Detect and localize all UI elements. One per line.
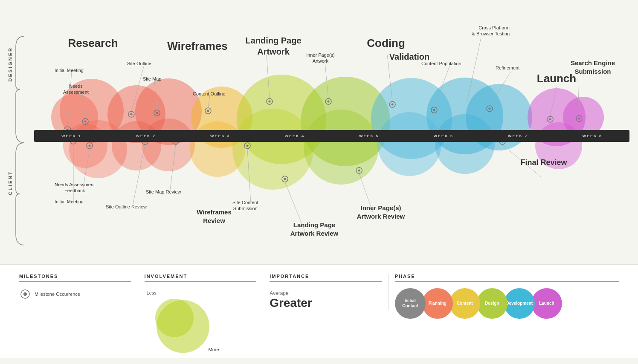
- circle-c-w6: [377, 112, 441, 176]
- week-2-label: WEEK 2: [109, 134, 183, 138]
- cross-platform-label: Cross Platform& Browser Testing: [454, 25, 510, 37]
- label-site-outline-review: Site Outline Review: [106, 204, 147, 210]
- label-site-outline: Site Outline: [127, 61, 151, 66]
- phase-inner-review: Inner Page(s)Artwork Review: [351, 204, 411, 220]
- ms-c5-dot: [246, 145, 249, 147]
- phase-planning: Planning: [422, 288, 453, 319]
- week-4-label: WEEK 4: [258, 134, 332, 138]
- ms-d2-dot: [84, 121, 87, 123]
- week-5-label: WEEK 5: [332, 134, 406, 138]
- label-needs-feedback: Needs AssessmentFeedback: [55, 182, 95, 194]
- more-label: More: [209, 347, 219, 352]
- milestone-label: Milestone Occurrence: [35, 292, 80, 297]
- phase-research: Research: [67, 36, 119, 51]
- circle-c-w4: [232, 109, 313, 190]
- ms-d8-dot: [392, 104, 394, 106]
- week-1-label: WEEK 1: [34, 134, 109, 138]
- label-content-outline: Content Outline: [193, 91, 225, 97]
- phase-content: Content: [450, 288, 480, 319]
- phase-landing-review: Landing PageArtwork Review: [283, 221, 346, 237]
- ms-d5-dot: [207, 110, 209, 112]
- involvement-svg: [145, 295, 217, 354]
- timeline-bar: WEEK 1 WEEK 2 WEEK 3 WEEK 4 WEEK 5 WEEK …: [34, 130, 629, 142]
- week-7-label: WEEK 7: [481, 134, 555, 138]
- ms-d3-dot: [130, 113, 133, 116]
- label-site-content: Site ContentSubmission: [232, 199, 258, 212]
- phase-launch-circle: Launch: [531, 288, 562, 319]
- label-initial-meeting-d: Initial Meeting: [55, 67, 84, 73]
- involvement-title: INVOLVEMENT: [145, 274, 257, 282]
- ms-d7-dot: [328, 101, 330, 103]
- label-initial-meeting-c: Initial Meeting: [55, 199, 84, 205]
- ms-c2-dot: [89, 145, 91, 147]
- circle-c-w7: [435, 114, 495, 174]
- week-6-label: WEEK 6: [406, 134, 481, 138]
- importance-title: IMPORTANCE: [270, 274, 382, 282]
- ms-d10-dot: [489, 108, 491, 110]
- phase-landing: Landing PageArtwork: [244, 35, 303, 57]
- greater-label: Greater: [270, 296, 382, 310]
- chart-area: DESIGNER CLIENT WEEK 1 WEEK 2 WEEK 3 WEE…: [0, 9, 638, 260]
- phase-circles: InitialContact Planning Content Design D…: [395, 288, 619, 319]
- label-site-map-review: Site Map Review: [146, 189, 181, 195]
- main-container: DESIGNER CLIENT WEEK 1 WEEK 2 WEEK 3 WEE…: [0, 0, 638, 364]
- phase-development: Development: [504, 288, 535, 319]
- milestones-title: MILESTONES: [19, 274, 131, 282]
- circle-c-w2-2: [142, 118, 195, 171]
- ms-d12-dot: [578, 118, 580, 120]
- label-needs-assessment: NeedsAssessment: [63, 83, 89, 95]
- milestones-section: MILESTONES Milestone Occurrence: [13, 274, 138, 300]
- milestone-svg: [19, 288, 31, 300]
- label-site-map: Site Map: [143, 76, 161, 82]
- phase-final-review: Final Review: [510, 158, 578, 168]
- ms-d4-dot: [156, 112, 158, 114]
- svg-point-1: [23, 292, 27, 296]
- ms-d6-dot: [269, 101, 271, 103]
- ms-c7-dot: [358, 170, 360, 172]
- search-engine-label: Search EngineSubmission: [559, 59, 627, 75]
- phase-title: PHASE: [395, 274, 619, 282]
- phase-wireframes: Wireframes: [165, 39, 229, 54]
- week-3-label: WEEK 3: [183, 134, 258, 138]
- ms-d11-dot: [549, 118, 551, 121]
- ms-d9-dot: [433, 109, 435, 111]
- phase-initial-contact: InitialContact: [395, 288, 426, 319]
- phase-coding: Coding: [365, 36, 407, 51]
- importance-section: IMPORTANCE Average Greater: [263, 274, 389, 310]
- phase-design: Design: [477, 288, 508, 319]
- label-refinement: Refinement: [496, 65, 519, 71]
- phase-section: PHASE InitialContact Planning Content De…: [389, 274, 625, 319]
- week-8-label: WEEK 8: [555, 134, 630, 138]
- legend-area: MILESTONES Milestone Occurrence INVOLVEM…: [0, 264, 638, 358]
- svg-point-3: [157, 300, 209, 353]
- average-label: Average: [270, 290, 382, 296]
- label-inner-page-d: Inner Page(s)Artwork: [306, 52, 335, 64]
- label-content-population: Content Population: [421, 61, 461, 66]
- circle-c-w5: [304, 110, 379, 185]
- ms-c6-dot: [284, 178, 286, 180]
- involvement-section: INVOLVEMENT Less More: [138, 274, 264, 354]
